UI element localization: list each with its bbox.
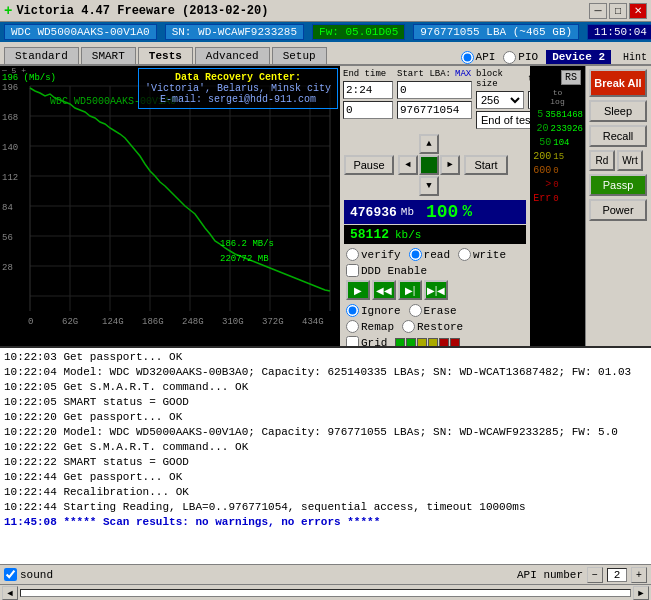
firmware-info: Fw: 05.01D05 bbox=[312, 24, 405, 40]
restore-option[interactable]: Restore bbox=[402, 320, 463, 333]
dir-up[interactable]: ▲ bbox=[419, 134, 439, 154]
color-blocks bbox=[395, 338, 460, 347]
close-button[interactable]: ✕ bbox=[629, 3, 647, 19]
read-option[interactable]: read bbox=[409, 248, 450, 261]
drc-title: Data Recovery Center: bbox=[145, 72, 331, 83]
passp-button[interactable]: Passp bbox=[589, 174, 647, 196]
log-line: 10:22:44 Recalibration... OK bbox=[4, 485, 647, 500]
progress-pct-sym: % bbox=[462, 203, 472, 221]
block-size-select[interactable]: 256 bbox=[476, 91, 524, 109]
start-lba-controls: Start LBA: MAX bbox=[397, 69, 472, 119]
start-button[interactable]: Start bbox=[464, 155, 508, 175]
bottom-section: 10:22:03 Get passport... OK10:22:04 Mode… bbox=[0, 346, 651, 600]
end-button[interactable]: ▶|◀ bbox=[424, 280, 448, 300]
start-lba-field[interactable] bbox=[397, 81, 472, 99]
minimize-button[interactable]: ─ bbox=[589, 3, 607, 19]
bar-row-err: Err 0 bbox=[532, 193, 583, 204]
api-minus-button[interactable]: − bbox=[587, 567, 603, 583]
erase-radio[interactable] bbox=[409, 304, 422, 317]
log-line: 10:22:20 Get passport... OK bbox=[4, 410, 647, 425]
tab-smart[interactable]: SMART bbox=[81, 47, 136, 64]
sleep-button[interactable]: Sleep bbox=[589, 100, 647, 122]
sound-label-row[interactable]: sound bbox=[4, 568, 53, 581]
bar-row-20: 20 233926 bbox=[532, 123, 583, 134]
pio-radio[interactable] bbox=[503, 51, 516, 64]
progress-mb-unit: Mb bbox=[401, 206, 414, 218]
transport-controls: ▶ ◀◀ ▶| ▶|◀ bbox=[340, 278, 530, 302]
log-line: 10:22:05 Get S.M.A.R.T. command... OK bbox=[4, 380, 647, 395]
dir-pad-container: ▲ ◄ ► ▼ bbox=[398, 134, 460, 196]
bar-label-5: 5 bbox=[532, 109, 543, 120]
dir-right[interactable]: ► bbox=[440, 155, 460, 175]
ignore-radio[interactable] bbox=[346, 304, 359, 317]
play-button[interactable]: ▶ bbox=[346, 280, 370, 300]
power-button[interactable]: Power bbox=[589, 199, 647, 221]
recall-button[interactable]: Recall bbox=[589, 125, 647, 147]
grid-option[interactable]: Grid bbox=[346, 336, 387, 346]
bar-count-600: 0 bbox=[553, 166, 583, 176]
color-block-green bbox=[395, 338, 405, 347]
remap-option[interactable]: Remap bbox=[346, 320, 394, 333]
tab-setup[interactable]: Setup bbox=[272, 47, 327, 64]
bar-label-50: 50 bbox=[532, 137, 551, 148]
log-line: 11:45:08 ***** Scan results: no warnings… bbox=[4, 515, 647, 530]
sound-checkbox[interactable] bbox=[4, 568, 17, 581]
dir-down[interactable]: ▼ bbox=[419, 176, 439, 196]
ddd-checkbox[interactable] bbox=[346, 264, 359, 277]
pause-button[interactable]: Pause bbox=[344, 155, 394, 175]
end-lba-field[interactable] bbox=[397, 101, 472, 119]
lba-field-2[interactable] bbox=[343, 101, 393, 119]
end-time-field[interactable] bbox=[343, 81, 393, 99]
svg-text:310G: 310G bbox=[222, 317, 244, 327]
restore-radio[interactable] bbox=[402, 320, 415, 333]
startlba-row: Start LBA: MAX bbox=[397, 69, 472, 79]
api-radio[interactable] bbox=[461, 51, 474, 64]
pio-radio-label[interactable]: PIO bbox=[503, 51, 538, 64]
write-option[interactable]: write bbox=[458, 248, 506, 261]
rd-button[interactable]: Rd bbox=[589, 150, 615, 171]
maximize-button[interactable]: □ bbox=[609, 3, 627, 19]
tab-standard[interactable]: Standard bbox=[4, 47, 79, 64]
wrt-button[interactable]: Wrt bbox=[617, 150, 643, 171]
end-of-test-select[interactable]: End of test bbox=[476, 111, 530, 129]
grid-checkbox[interactable] bbox=[346, 336, 359, 346]
rs-label[interactable]: RS bbox=[561, 70, 581, 85]
api-radio-label[interactable]: API bbox=[461, 51, 496, 64]
bar-count-20: 233926 bbox=[551, 124, 583, 134]
read-radio[interactable] bbox=[409, 248, 422, 261]
verify-radio[interactable] bbox=[346, 248, 359, 261]
direction-pad: ▲ ◄ ► ▼ bbox=[398, 134, 460, 196]
bottom-bar: sound API number − 2 + bbox=[0, 564, 651, 584]
drc-line1: 'Victoria', Belarus, Minsk city bbox=[145, 83, 331, 94]
verify-option[interactable]: verify bbox=[346, 248, 401, 261]
remap-radio[interactable] bbox=[346, 320, 359, 333]
title-bar: + Victoria 4.47 Freeware (2013-02-20) ─ … bbox=[0, 0, 651, 22]
repair-options: Ignore Erase bbox=[340, 302, 530, 319]
scroll-right-button[interactable]: ► bbox=[633, 586, 649, 600]
api-pio-group: API PIO Device 2 Hint bbox=[461, 50, 651, 64]
bar-count-200: 15 bbox=[553, 152, 583, 162]
scroll-left-button[interactable]: ◄ bbox=[2, 586, 18, 600]
horizontal-scrollbar[interactable] bbox=[20, 589, 631, 597]
write-radio[interactable] bbox=[458, 248, 471, 261]
step-button[interactable]: ▶| bbox=[398, 280, 422, 300]
svg-text:28: 28 bbox=[2, 263, 13, 273]
log-line: 10:22:03 Get passport... OK bbox=[4, 350, 647, 365]
bar-row-50: 50 104 bbox=[532, 137, 583, 148]
dir-center[interactable] bbox=[419, 155, 439, 175]
app-icon: + bbox=[4, 3, 12, 19]
dir-left[interactable]: ◄ bbox=[398, 155, 418, 175]
tab-advanced[interactable]: Advanced bbox=[195, 47, 270, 64]
ignore-option[interactable]: Ignore bbox=[346, 304, 401, 317]
time-display: 11:50:04 bbox=[587, 24, 651, 40]
log-area[interactable]: 10:22:03 Get passport... OK10:22:04 Mode… bbox=[0, 346, 651, 564]
log-toggle[interactable]: tolog bbox=[532, 88, 583, 106]
max-link[interactable]: MAX bbox=[455, 69, 471, 79]
break-all-button[interactable]: Break All bbox=[589, 69, 647, 97]
svg-text:124G: 124G bbox=[102, 317, 124, 327]
erase-option[interactable]: Erase bbox=[409, 304, 457, 317]
rewind-button[interactable]: ◀◀ bbox=[372, 280, 396, 300]
tab-tests[interactable]: Tests bbox=[138, 47, 193, 64]
ddd-option[interactable]: DDD Enable bbox=[346, 264, 524, 277]
api-plus-button[interactable]: + bbox=[631, 567, 647, 583]
